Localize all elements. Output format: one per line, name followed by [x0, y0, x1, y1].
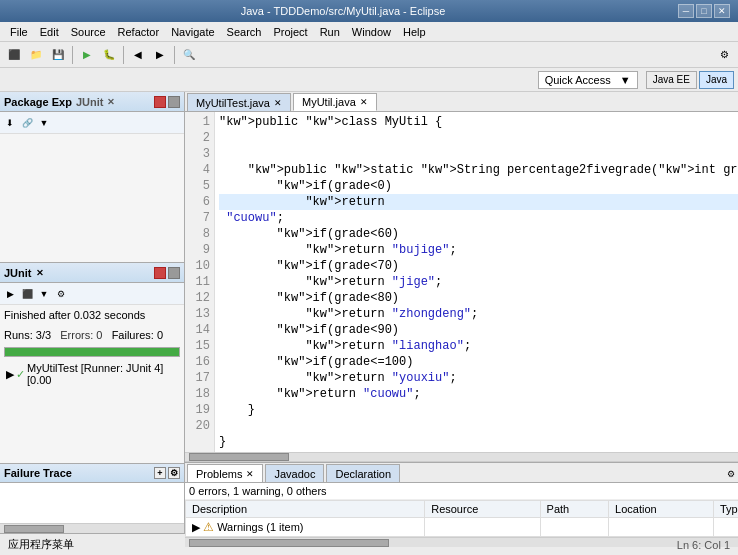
toolbar-sep1 — [72, 46, 73, 64]
toolbar-debug[interactable]: 🐛 — [99, 45, 119, 65]
menu-file[interactable]: File — [4, 24, 34, 40]
toolbar-back[interactable]: ◀ — [128, 45, 148, 65]
tab-problems-close[interactable]: ✕ — [246, 469, 254, 479]
test-item[interactable]: ▶ ✓ MyUtilTest [Runner: JUnit 4] [0.00 — [2, 361, 182, 387]
failure-trace-content — [0, 483, 184, 523]
close-button[interactable]: ✕ — [714, 4, 730, 18]
pkg-minimize-btn[interactable] — [154, 96, 166, 108]
failure-trace-label: Failure Trace — [4, 467, 72, 479]
junit-finished-text: Finished after 0.032 seconds — [4, 309, 145, 321]
quick-access-input[interactable]: Quick Access ▼ — [538, 71, 638, 89]
toolbar-sep3 — [174, 46, 175, 64]
junit-test-tree: ▶ ✓ MyUtilTest [Runner: JUnit 4] [0.00 — [0, 359, 184, 463]
perspective-java[interactable]: Java — [699, 71, 734, 89]
editor-scrollbar[interactable] — [185, 452, 738, 462]
pkg-explorer-header: Package Exp JUnit ✕ — [0, 92, 184, 112]
perspective-java-ee[interactable]: Java EE — [646, 71, 697, 89]
menu-search[interactable]: Search — [221, 24, 268, 40]
junit-panel-label: JUnit — [4, 267, 32, 279]
menu-refactor[interactable]: Refactor — [112, 24, 166, 40]
col-location[interactable]: Location — [609, 501, 714, 518]
tab-problems-label: Problems — [196, 468, 242, 480]
status-position: Ln 6: Col 1 — [677, 539, 730, 551]
row-resource — [425, 518, 540, 537]
col-description[interactable]: Description — [186, 501, 425, 518]
toolbar-forward[interactable]: ▶ — [150, 45, 170, 65]
maximize-button[interactable]: □ — [696, 4, 712, 18]
menu-navigate[interactable]: Navigate — [165, 24, 220, 40]
test-pass-icon: ✓ — [16, 368, 25, 381]
bottom-scrollbar[interactable] — [185, 537, 738, 547]
problems-filter-icon[interactable]: ⚙ — [723, 466, 738, 482]
junit-filter-icon[interactable]: ⚙ — [53, 286, 69, 302]
toolbar-run[interactable]: ▶ — [77, 45, 97, 65]
menu-project[interactable]: Project — [267, 24, 313, 40]
toolbar-new[interactable]: ⬛ — [4, 45, 24, 65]
test-item-label: MyUtilTest [Runner: JUnit 4] [0.00 — [27, 362, 178, 386]
code-content[interactable]: "kw">public "kw">class MyUtil { "kw">pub… — [215, 112, 738, 452]
collapse-all-icon[interactable]: ⬇ — [2, 115, 18, 131]
junit-minimize-btn[interactable] — [154, 267, 166, 279]
myutil-tab-close[interactable]: ✕ — [360, 97, 368, 107]
left-scrollbar[interactable] — [0, 523, 184, 533]
test-item-expand-icon: ▶ — [6, 368, 14, 381]
editor-scrollbar-thumb[interactable] — [189, 453, 289, 461]
junit-toolbar: ▶ ⬛ ▼ ⚙ — [0, 283, 184, 305]
toolbar: ⬛ 📁 💾 ▶ 🐛 ◀ ▶ 🔍 ⚙ — [0, 42, 738, 68]
pkg-menu-icon[interactable]: ▼ — [36, 115, 52, 131]
link-with-editor-icon[interactable]: 🔗 — [19, 115, 35, 131]
pkg-explorer-tab[interactable]: Package Exp — [4, 96, 72, 108]
title-bar: Java - TDDDemo/src/MyUtil.java - Eclipse… — [0, 0, 738, 22]
bottom-scrollbar-thumb[interactable] — [189, 539, 389, 547]
menu-bar: File Edit Source Refactor Navigate Searc… — [0, 22, 738, 42]
trace-btn2[interactable]: ⚙ — [168, 467, 180, 479]
junit-panel-close-icon[interactable]: ✕ — [36, 268, 44, 278]
editor-tab-myutil[interactable]: MyUtil.java ✕ — [293, 93, 377, 111]
menu-source[interactable]: Source — [65, 24, 112, 40]
tab-declaration-label: Declaration — [335, 468, 391, 480]
toolbar-save[interactable]: 💾 — [48, 45, 68, 65]
table-row: ▶ ⚠ Warnings (1 item) — [186, 518, 739, 537]
junit-errors: Errors: 0 — [60, 329, 102, 341]
tab-problems[interactable]: Problems ✕ — [187, 464, 263, 482]
failure-trace-header: Failure Trace + ⚙ — [0, 463, 184, 483]
row-type — [713, 518, 738, 537]
toolbar-misc1[interactable]: ⚙ — [714, 45, 734, 65]
junit-stop-icon[interactable]: ⬛ — [19, 286, 35, 302]
myutiltest-tab-close[interactable]: ✕ — [274, 98, 282, 108]
expand-icon[interactable]: ▶ — [192, 521, 200, 533]
tab-javadoc-label: Javadoc — [274, 468, 315, 480]
title-text: Java - TDDDemo/src/MyUtil.java - Eclipse — [8, 5, 678, 17]
junit-tab-close-icon[interactable]: ✕ — [107, 97, 115, 107]
toolbar-open[interactable]: 📁 — [26, 45, 46, 65]
junit-close-btn[interactable] — [168, 267, 180, 279]
toolbar-search[interactable]: 🔍 — [179, 45, 199, 65]
menu-window[interactable]: Window — [346, 24, 397, 40]
row-path — [540, 518, 608, 537]
junit-progress-bar-container — [4, 347, 180, 357]
col-type[interactable]: Type — [713, 501, 738, 518]
pkg-close-btn[interactable] — [168, 96, 180, 108]
junit-counts: Runs: 3/3 Errors: 0 Failures: 0 — [0, 325, 184, 345]
col-path[interactable]: Path — [540, 501, 608, 518]
pkg-toolbar: ⬇ 🔗 ▼ — [0, 112, 184, 134]
junit-runs: Runs: 3/3 — [4, 329, 51, 341]
warning-icon: ⚠ — [203, 520, 214, 534]
junit-rerun-icon[interactable]: ▶ — [2, 286, 18, 302]
junit-failures-text: Failures: — [112, 329, 154, 341]
left-scrollbar-thumb[interactable] — [4, 525, 64, 533]
menu-edit[interactable]: Edit — [34, 24, 65, 40]
code-editor[interactable]: 1234567891011121314151617181920 "kw">pub… — [185, 112, 738, 452]
junit-history-icon[interactable]: ▼ — [36, 286, 52, 302]
trace-btn1[interactable]: + — [154, 467, 166, 479]
junit-tab[interactable]: JUnit — [76, 96, 104, 108]
tab-javadoc[interactable]: Javadoc — [265, 464, 324, 482]
minimize-button[interactable]: ─ — [678, 4, 694, 18]
junit-header: JUnit ✕ — [0, 263, 184, 283]
tab-declaration[interactable]: Declaration — [326, 464, 400, 482]
row-description: ▶ ⚠ Warnings (1 item) — [186, 518, 425, 537]
menu-help[interactable]: Help — [397, 24, 432, 40]
editor-tab-myutiltest[interactable]: MyUtilTest.java ✕ — [187, 93, 291, 111]
col-resource[interactable]: Resource — [425, 501, 540, 518]
menu-run[interactable]: Run — [314, 24, 346, 40]
